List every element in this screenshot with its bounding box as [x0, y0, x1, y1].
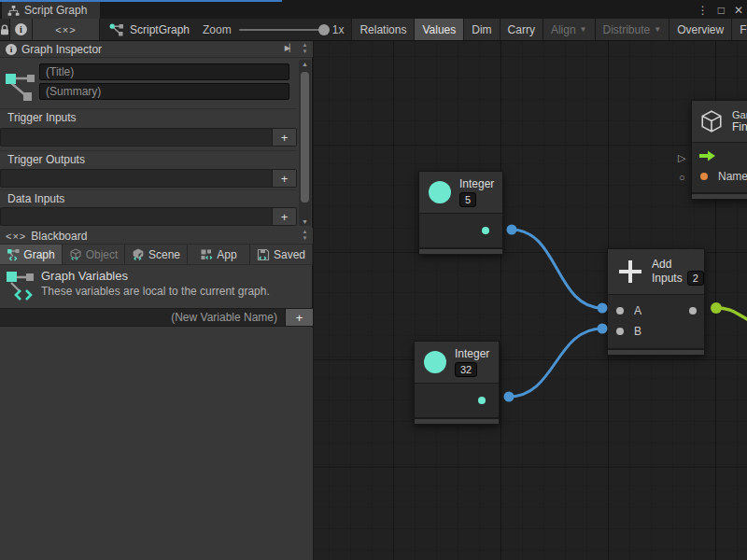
add-data-input-button[interactable]: +	[272, 208, 296, 225]
inspector-toggle-button[interactable]: i	[10, 19, 33, 40]
node-title: Integer	[455, 347, 489, 360]
values-button[interactable]: Values	[414, 19, 463, 40]
graph-meta-fields	[0, 59, 297, 107]
graph-variables-title: Graph Variables	[41, 269, 270, 283]
wire-endpoint[interactable]	[598, 303, 608, 314]
node-add[interactable]: Add Inputs 2 A B	[607, 248, 705, 356]
distribute-button[interactable]: Distribute▼	[595, 19, 669, 40]
graph-variables-icon	[7, 248, 20, 261]
graph-canvas[interactable]: Integer 5 Integer 32	[314, 41, 747, 560]
node-gameobject-find[interactable]: GameObject Find Name	[691, 100, 747, 200]
tab-graph[interactable]: Graph	[0, 245, 63, 264]
dim-button[interactable]: Dim	[463, 19, 499, 40]
control-flow-arrow-icon[interactable]	[699, 150, 716, 161]
title-field[interactable]	[39, 63, 289, 80]
maximize-icon[interactable]: □	[718, 2, 725, 19]
add-trigger-input-button[interactable]: +	[272, 129, 296, 146]
scroll-up-icon[interactable]: ▲	[298, 229, 312, 235]
relations-button[interactable]: Relations	[351, 19, 414, 40]
blackboard-toggle-button[interactable]: <×>	[33, 19, 100, 40]
cube-icon	[69, 248, 82, 261]
trigger-inputs-list: +	[0, 128, 297, 147]
node-title: Integer	[459, 177, 494, 190]
wire-endpoint[interactable]	[711, 302, 722, 314]
wire-integer32-to-add-b[interactable]	[509, 329, 602, 397]
fullscreen-button[interactable]: Full Screen	[731, 19, 747, 40]
graph-toolbar: i <×> ScriptGraph Zoom 1x Relations Va	[0, 19, 747, 41]
wire-endpoint[interactable]	[504, 392, 514, 402]
data-inputs-list: +	[0, 207, 297, 226]
tab-title: Script Graph	[24, 4, 87, 17]
integer-type-icon	[424, 351, 446, 373]
variables-icon: <×>	[6, 231, 26, 242]
port-label-a: A	[634, 304, 641, 317]
node-integer-32[interactable]: Integer 32	[414, 341, 500, 425]
scroll-down-icon[interactable]: ▼	[299, 218, 311, 225]
tab-object[interactable]: Object	[63, 245, 125, 264]
breadcrumb[interactable]: ScriptGraph	[100, 19, 203, 40]
input-port-a[interactable]	[616, 307, 624, 315]
carry-button[interactable]: Carry	[500, 19, 543, 40]
blackboard-title: Blackboard	[31, 230, 87, 243]
integer-value-field[interactable]: 5	[459, 192, 476, 207]
trigger-outputs-label: Trigger Outputs	[0, 150, 297, 167]
script-graph-icon	[109, 23, 124, 36]
trigger-outputs-list: +	[0, 169, 297, 188]
align-button[interactable]: Align▼	[543, 19, 595, 40]
close-icon[interactable]: ✕	[734, 2, 743, 19]
wire-add-output[interactable]	[716, 308, 747, 321]
info-icon: i	[15, 23, 27, 35]
graph-variables-icon	[0, 265, 41, 308]
wire-integer5-to-add-a[interactable]	[512, 230, 602, 308]
zoom-label: Zoom	[203, 23, 232, 36]
plus-icon	[618, 259, 642, 284]
add-variable-button[interactable]: +	[285, 309, 313, 326]
scroll-down-icon[interactable]: ▼	[298, 235, 312, 242]
tab-app[interactable]: App	[188, 245, 250, 264]
zoom-slider-handle[interactable]	[318, 24, 330, 35]
value-input-marker-icon[interactable]: ○	[679, 172, 685, 183]
inspector-scrollbar: ▲ ▼ ▲ ▼	[298, 41, 312, 228]
dock-panel-icon[interactable]: ▶▏	[285, 44, 294, 52]
save-icon	[257, 248, 270, 261]
summary-field[interactable]	[39, 83, 289, 100]
graph-inspector-title: Graph Inspector	[21, 43, 102, 56]
overview-button[interactable]: Overview	[669, 19, 731, 40]
blackboard-scroll-arrows: ▲ ▼	[298, 229, 312, 242]
blackboard-tabs: Graph Object Scene	[0, 245, 313, 265]
control-input-marker-icon[interactable]: ▷	[678, 152, 685, 164]
lock-icon	[0, 24, 9, 35]
app-icon	[200, 248, 213, 261]
toolbar-buttons: Relations Values Dim Carry Align▼ Distri…	[351, 19, 747, 40]
input-port-name[interactable]	[700, 173, 708, 180]
scroll-up-icon[interactable]: ▲	[298, 42, 312, 49]
blackboard-empty-area	[0, 328, 313, 560]
input-port-b[interactable]	[616, 328, 624, 335]
output-port[interactable]	[689, 307, 697, 315]
graph-variables-description: These variables are local to the current…	[41, 285, 270, 298]
tab-script-graph[interactable]: Script Graph	[2, 2, 100, 19]
zoom-slider[interactable]	[239, 29, 325, 31]
node-integer-5[interactable]: Integer 5	[418, 171, 503, 255]
cube-icon	[699, 109, 724, 133]
tab-scene[interactable]: Scene	[125, 245, 188, 264]
wire-endpoint[interactable]	[507, 225, 517, 235]
scene-icon	[132, 248, 145, 261]
scroll-up-icon[interactable]: ▲	[299, 61, 311, 67]
inputs-count-field[interactable]: 2	[687, 271, 704, 286]
output-port[interactable]	[482, 227, 489, 234]
add-trigger-output-button[interactable]: +	[272, 170, 296, 187]
zoom-value: 1x	[332, 23, 345, 36]
data-inputs-label: Data Inputs	[0, 189, 297, 206]
scrollbar-track[interactable]: ▲ ▼	[299, 60, 311, 226]
scroll-down-icon[interactable]: ▼	[298, 49, 312, 55]
output-port[interactable]	[478, 397, 486, 404]
window-menu-icon[interactable]: ⋮	[698, 2, 709, 19]
new-variable-input[interactable]	[0, 309, 285, 326]
lock-button[interactable]	[0, 19, 10, 40]
tab-saved[interactable]: Saved	[250, 245, 313, 264]
integer-value-field[interactable]: 32	[455, 362, 477, 377]
wire-endpoint[interactable]	[598, 324, 608, 334]
scrollbar-thumb[interactable]	[301, 72, 309, 203]
info-icon: i	[6, 44, 17, 55]
